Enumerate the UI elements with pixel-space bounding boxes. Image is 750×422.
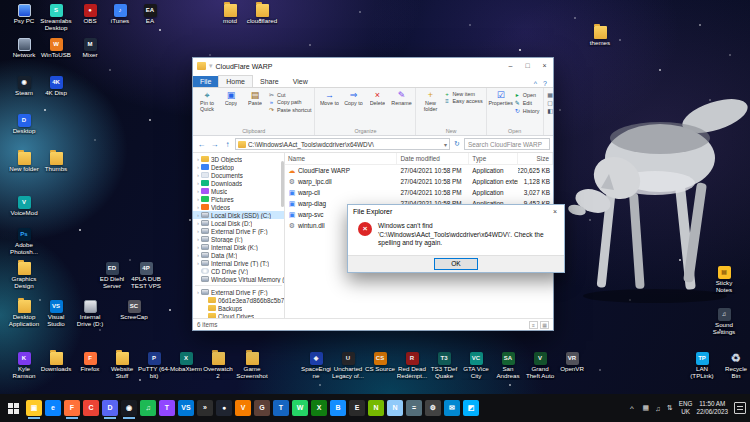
desktop-icon[interactable]: P PuTTY (64-bit): [138, 352, 170, 380]
file-row[interactable]: ⚙warp_ipc.dll 27/04/2021 10:58 PM Applic…: [285, 176, 553, 187]
thumbnails-view-button[interactable]: ▦: [540, 321, 549, 329]
desktop-icon[interactable]: ● OBS: [74, 4, 106, 25]
address-input[interactable]: C:\Windows\AAct_Tools\wdcdriver\x64WDV\ …: [235, 138, 450, 150]
back-button[interactable]: ←: [196, 140, 207, 149]
ribbon-button[interactable]: ✎Rename: [390, 90, 412, 107]
taskbar-icon-terminal[interactable]: »: [197, 400, 213, 416]
desktop-icon[interactable]: CS CS Source: [364, 352, 396, 373]
desktop-icon[interactable]: ▤ Sticky Notes (classic): [708, 266, 740, 294]
sidebar-item[interactable]: › External Drive F (F:): [193, 288, 284, 296]
desktop-icon[interactable]: Overwatch 2 Screenshots: [202, 352, 234, 380]
ribbon-button[interactable]: +New folder: [419, 90, 441, 112]
desktop-icon[interactable]: VC GTA Vice City Definitive: [460, 352, 492, 380]
sidebar-item[interactable]: › Storage (I:): [193, 235, 284, 243]
taskbar-icon-settings[interactable]: ⚙: [425, 400, 441, 416]
column-header-name[interactable]: Name: [285, 153, 397, 164]
ribbon-button[interactable]: ✂Cut: [268, 91, 311, 98]
file-row[interactable]: ▣warp-cli 27/04/2021 10:58 PM Applicatio…: [285, 187, 553, 198]
minimize-button[interactable]: –: [502, 58, 519, 74]
action-center-icon[interactable]: [734, 402, 746, 414]
ribbon-button[interactable]: ▦Select all: [547, 91, 553, 98]
sidebar-item[interactable]: › 3D Objects: [193, 155, 284, 163]
desktop-icon[interactable]: TP LAN (TPLink): [686, 352, 718, 380]
taskbar-icon-epic-games[interactable]: E: [349, 400, 365, 416]
ribbon-button[interactable]: ✎Edit: [514, 99, 540, 106]
address-dropdown-icon[interactable]: ▾: [444, 141, 447, 148]
desktop-icon[interactable]: ♪ iTunes: [104, 4, 136, 25]
taskbar-icon-obs[interactable]: ●: [216, 400, 232, 416]
desktop-icon[interactable]: Psy PC: [8, 4, 40, 25]
sidebar-item[interactable]: › Pictures: [193, 195, 284, 203]
ribbon-collapse-icon[interactable]: ^: [531, 80, 540, 87]
taskbar-icon-spotify[interactable]: ♫: [140, 400, 156, 416]
sidebar-item[interactable]: › Videos: [193, 203, 284, 211]
sidebar-item[interactable]: › Downloads: [193, 179, 284, 187]
tray-icon[interactable]: ⇅: [665, 404, 675, 412]
desktop-icon[interactable]: motd: [214, 4, 246, 25]
taskbar-icon-mail[interactable]: ✉: [444, 400, 460, 416]
desktop-icon[interactable]: themes: [584, 26, 616, 47]
desktop-icon[interactable]: V Grand Theft Auto V: [524, 352, 556, 380]
ribbon-button[interactable]: ↷Paste shortcut: [268, 106, 311, 113]
up-button[interactable]: ↑: [222, 140, 233, 149]
desktop-icon[interactable]: 4P 4PLA DUB TEST VPS: [130, 262, 162, 290]
taskbar-icon-chrome[interactable]: C: [83, 400, 99, 416]
desktop-icon[interactable]: EA EA: [134, 4, 166, 25]
sidebar-item[interactable]: › External Drive F (F:): [193, 227, 284, 235]
taskbar-icon-firefox[interactable]: F: [64, 400, 80, 416]
desktop-icon[interactable]: Graphics Design: [8, 262, 40, 290]
desktop-icon[interactable]: W WinToUSB: [40, 38, 72, 59]
sidebar-item[interactable]: › Desktop: [193, 163, 284, 171]
refresh-icon[interactable]: ↻: [452, 140, 462, 148]
desktop-icon[interactable]: ◉ Steam: [8, 76, 40, 97]
desktop-icon[interactable]: Thumbs: [40, 152, 72, 173]
desktop-icon[interactable]: D Desktop: [8, 114, 40, 135]
taskbar-icon-twitch[interactable]: T: [159, 400, 175, 416]
sidebar-item[interactable]: CD Drive (V:): [193, 267, 284, 275]
help-icon[interactable]: ?: [540, 80, 550, 87]
ribbon-button[interactable]: ▸Open: [514, 91, 540, 98]
ribbon-button[interactable]: ▢Select none: [547, 99, 553, 106]
desktop-icon[interactable]: Downloads: [40, 352, 72, 373]
desktop-icon[interactable]: Desktop Applications: [8, 300, 40, 328]
ribbon-tab-home[interactable]: Home: [218, 75, 253, 87]
desktop-icon[interactable]: Internal Drive (D:): [74, 300, 106, 328]
ribbon-button[interactable]: ×Delete: [366, 90, 388, 107]
sidebar-item[interactable]: › Documents: [193, 171, 284, 179]
desktop-icon[interactable]: X MobaXterm: [170, 352, 202, 373]
desktop-icon[interactable]: ♻ Recycle Bin: [720, 352, 750, 380]
ribbon-tab-share[interactable]: Share: [253, 76, 286, 87]
taskbar-icon-notepad[interactable]: N: [387, 400, 403, 416]
sidebar-item[interactable]: 06d1e3ea7d866b8c5b72fe: [193, 296, 284, 304]
ribbon-button[interactable]: ≡Easy access: [443, 98, 482, 104]
desktop-icon[interactable]: ♫ Sound Settings: [708, 308, 740, 336]
taskbar-icon-battle-net[interactable]: B: [330, 400, 346, 416]
tray-chevron-icon[interactable]: ^: [627, 404, 637, 413]
navigation-scrollbar[interactable]: [281, 161, 284, 207]
clock[interactable]: 11:50 AM 22/06/2023: [696, 400, 728, 415]
ribbon-button[interactable]: ▣Copy: [220, 90, 242, 107]
sidebar-item[interactable]: › Internal Disk (K:): [193, 243, 284, 251]
close-button[interactable]: ×: [536, 58, 553, 74]
desktop-icon[interactable]: Game Screenshots: [236, 352, 268, 380]
taskbar-icon-gimp[interactable]: G: [254, 400, 270, 416]
desktop-icon[interactable]: SC ScreeCap: [118, 300, 150, 321]
ribbon-button[interactable]: ↻History: [514, 107, 540, 114]
sidebar-item[interactable]: Backups: [193, 304, 284, 312]
taskbar-icon-whatsapp[interactable]: W: [292, 400, 308, 416]
forward-button[interactable]: →: [209, 140, 220, 149]
column-header-size[interactable]: Size: [518, 153, 553, 164]
quick-access-toolbar-caret[interactable]: ▾: [209, 62, 213, 70]
desktop-icon[interactable]: S Streamlabs Desktop: [40, 4, 72, 32]
desktop-icon[interactable]: V VoiceMod: [8, 196, 40, 217]
language-indicator[interactable]: ENG UK: [679, 400, 693, 415]
ribbon-button[interactable]: ◧Invert selection: [547, 107, 553, 114]
desktop-icon[interactable]: New folder: [8, 152, 40, 173]
title-bar[interactable]: ▾ CloudFlare WARP – □ ×: [193, 58, 553, 74]
desktop-icon[interactable]: Website Stuff: [106, 352, 138, 380]
desktop-icon[interactable]: K Kyle Ramson: [8, 352, 40, 380]
ribbon-tab-file[interactable]: File: [193, 76, 218, 87]
sidebar-item[interactable]: Windows Virtual Memory (: [193, 275, 284, 283]
ribbon-button[interactable]: ⇒Copy to: [342, 90, 364, 107]
dialog-close-button[interactable]: ×: [546, 205, 564, 218]
